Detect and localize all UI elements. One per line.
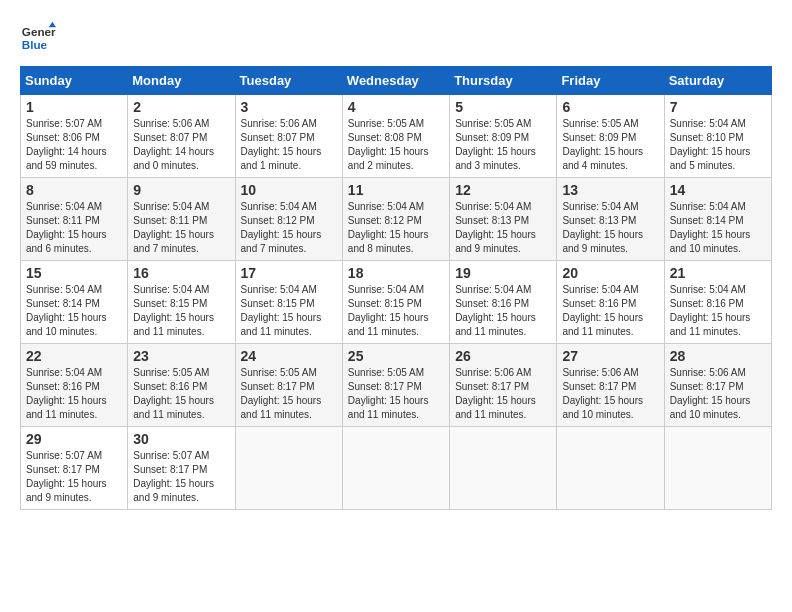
calendar-cell: 17 Sunrise: 5:04 AMSunset: 8:15 PMDaylig…	[235, 261, 342, 344]
calendar-cell: 8 Sunrise: 5:04 AMSunset: 8:11 PMDayligh…	[21, 178, 128, 261]
day-number: 13	[562, 182, 658, 198]
day-number: 20	[562, 265, 658, 281]
day-info: Sunrise: 5:05 AMSunset: 8:17 PMDaylight:…	[241, 367, 322, 420]
calendar-cell: 6 Sunrise: 5:05 AMSunset: 8:09 PMDayligh…	[557, 95, 664, 178]
day-number: 2	[133, 99, 229, 115]
calendar-cell: 1 Sunrise: 5:07 AMSunset: 8:06 PMDayligh…	[21, 95, 128, 178]
header-friday: Friday	[557, 67, 664, 95]
day-info: Sunrise: 5:04 AMSunset: 8:15 PMDaylight:…	[241, 284, 322, 337]
calendar-cell: 10 Sunrise: 5:04 AMSunset: 8:12 PMDaylig…	[235, 178, 342, 261]
logo: General Blue	[20, 20, 56, 56]
day-info: Sunrise: 5:04 AMSunset: 8:13 PMDaylight:…	[455, 201, 536, 254]
header-saturday: Saturday	[664, 67, 771, 95]
day-info: Sunrise: 5:04 AMSunset: 8:15 PMDaylight:…	[133, 284, 214, 337]
day-number: 23	[133, 348, 229, 364]
calendar-cell: 20 Sunrise: 5:04 AMSunset: 8:16 PMDaylig…	[557, 261, 664, 344]
svg-text:Blue: Blue	[22, 38, 48, 51]
calendar-row: 15 Sunrise: 5:04 AMSunset: 8:14 PMDaylig…	[21, 261, 772, 344]
day-info: Sunrise: 5:04 AMSunset: 8:14 PMDaylight:…	[670, 201, 751, 254]
calendar-cell: 4 Sunrise: 5:05 AMSunset: 8:08 PMDayligh…	[342, 95, 449, 178]
day-info: Sunrise: 5:04 AMSunset: 8:10 PMDaylight:…	[670, 118, 751, 171]
calendar-cell: 2 Sunrise: 5:06 AMSunset: 8:07 PMDayligh…	[128, 95, 235, 178]
day-info: Sunrise: 5:04 AMSunset: 8:15 PMDaylight:…	[348, 284, 429, 337]
calendar-row: 1 Sunrise: 5:07 AMSunset: 8:06 PMDayligh…	[21, 95, 772, 178]
day-info: Sunrise: 5:04 AMSunset: 8:12 PMDaylight:…	[241, 201, 322, 254]
day-info: Sunrise: 5:04 AMSunset: 8:16 PMDaylight:…	[670, 284, 751, 337]
calendar-cell: 7 Sunrise: 5:04 AMSunset: 8:10 PMDayligh…	[664, 95, 771, 178]
day-info: Sunrise: 5:07 AMSunset: 8:06 PMDaylight:…	[26, 118, 107, 171]
header-monday: Monday	[128, 67, 235, 95]
calendar-cell: 15 Sunrise: 5:04 AMSunset: 8:14 PMDaylig…	[21, 261, 128, 344]
calendar-row: 29 Sunrise: 5:07 AMSunset: 8:17 PMDaylig…	[21, 427, 772, 510]
day-info: Sunrise: 5:04 AMSunset: 8:12 PMDaylight:…	[348, 201, 429, 254]
day-info: Sunrise: 5:04 AMSunset: 8:11 PMDaylight:…	[133, 201, 214, 254]
calendar-table: SundayMondayTuesdayWednesdayThursdayFrid…	[20, 66, 772, 510]
day-number: 14	[670, 182, 766, 198]
calendar-cell	[342, 427, 449, 510]
calendar-cell: 14 Sunrise: 5:04 AMSunset: 8:14 PMDaylig…	[664, 178, 771, 261]
header-sunday: Sunday	[21, 67, 128, 95]
day-info: Sunrise: 5:05 AMSunset: 8:16 PMDaylight:…	[133, 367, 214, 420]
day-number: 8	[26, 182, 122, 198]
day-number: 29	[26, 431, 122, 447]
day-number: 25	[348, 348, 444, 364]
calendar-cell: 29 Sunrise: 5:07 AMSunset: 8:17 PMDaylig…	[21, 427, 128, 510]
day-number: 6	[562, 99, 658, 115]
calendar-cell: 11 Sunrise: 5:04 AMSunset: 8:12 PMDaylig…	[342, 178, 449, 261]
day-info: Sunrise: 5:07 AMSunset: 8:17 PMDaylight:…	[133, 450, 214, 503]
day-info: Sunrise: 5:05 AMSunset: 8:08 PMDaylight:…	[348, 118, 429, 171]
calendar-cell	[557, 427, 664, 510]
calendar-cell: 22 Sunrise: 5:04 AMSunset: 8:16 PMDaylig…	[21, 344, 128, 427]
day-number: 22	[26, 348, 122, 364]
calendar-cell: 21 Sunrise: 5:04 AMSunset: 8:16 PMDaylig…	[664, 261, 771, 344]
calendar-cell: 19 Sunrise: 5:04 AMSunset: 8:16 PMDaylig…	[450, 261, 557, 344]
day-info: Sunrise: 5:04 AMSunset: 8:13 PMDaylight:…	[562, 201, 643, 254]
day-number: 21	[670, 265, 766, 281]
day-number: 28	[670, 348, 766, 364]
calendar-cell: 9 Sunrise: 5:04 AMSunset: 8:11 PMDayligh…	[128, 178, 235, 261]
calendar-cell: 18 Sunrise: 5:04 AMSunset: 8:15 PMDaylig…	[342, 261, 449, 344]
day-number: 11	[348, 182, 444, 198]
header-tuesday: Tuesday	[235, 67, 342, 95]
calendar-cell	[664, 427, 771, 510]
calendar-cell	[235, 427, 342, 510]
calendar-row: 8 Sunrise: 5:04 AMSunset: 8:11 PMDayligh…	[21, 178, 772, 261]
day-info: Sunrise: 5:06 AMSunset: 8:17 PMDaylight:…	[562, 367, 643, 420]
day-number: 18	[348, 265, 444, 281]
calendar-cell: 23 Sunrise: 5:05 AMSunset: 8:16 PMDaylig…	[128, 344, 235, 427]
calendar-cell: 25 Sunrise: 5:05 AMSunset: 8:17 PMDaylig…	[342, 344, 449, 427]
day-info: Sunrise: 5:04 AMSunset: 8:14 PMDaylight:…	[26, 284, 107, 337]
calendar-cell: 5 Sunrise: 5:05 AMSunset: 8:09 PMDayligh…	[450, 95, 557, 178]
day-info: Sunrise: 5:04 AMSunset: 8:16 PMDaylight:…	[26, 367, 107, 420]
day-number: 16	[133, 265, 229, 281]
day-info: Sunrise: 5:06 AMSunset: 8:07 PMDaylight:…	[241, 118, 322, 171]
header-wednesday: Wednesday	[342, 67, 449, 95]
day-number: 24	[241, 348, 337, 364]
day-number: 17	[241, 265, 337, 281]
day-number: 9	[133, 182, 229, 198]
day-info: Sunrise: 5:05 AMSunset: 8:09 PMDaylight:…	[455, 118, 536, 171]
calendar-cell: 30 Sunrise: 5:07 AMSunset: 8:17 PMDaylig…	[128, 427, 235, 510]
calendar-cell: 26 Sunrise: 5:06 AMSunset: 8:17 PMDaylig…	[450, 344, 557, 427]
calendar-cell: 13 Sunrise: 5:04 AMSunset: 8:13 PMDaylig…	[557, 178, 664, 261]
day-number: 7	[670, 99, 766, 115]
day-info: Sunrise: 5:06 AMSunset: 8:07 PMDaylight:…	[133, 118, 214, 171]
page-header: General Blue	[20, 20, 772, 56]
day-info: Sunrise: 5:07 AMSunset: 8:17 PMDaylight:…	[26, 450, 107, 503]
day-info: Sunrise: 5:04 AMSunset: 8:16 PMDaylight:…	[562, 284, 643, 337]
calendar-cell: 3 Sunrise: 5:06 AMSunset: 8:07 PMDayligh…	[235, 95, 342, 178]
day-number: 4	[348, 99, 444, 115]
day-info: Sunrise: 5:04 AMSunset: 8:16 PMDaylight:…	[455, 284, 536, 337]
calendar-cell: 24 Sunrise: 5:05 AMSunset: 8:17 PMDaylig…	[235, 344, 342, 427]
calendar-cell: 16 Sunrise: 5:04 AMSunset: 8:15 PMDaylig…	[128, 261, 235, 344]
header-thursday: Thursday	[450, 67, 557, 95]
day-info: Sunrise: 5:06 AMSunset: 8:17 PMDaylight:…	[455, 367, 536, 420]
day-number: 10	[241, 182, 337, 198]
day-number: 3	[241, 99, 337, 115]
day-info: Sunrise: 5:04 AMSunset: 8:11 PMDaylight:…	[26, 201, 107, 254]
calendar-cell: 12 Sunrise: 5:04 AMSunset: 8:13 PMDaylig…	[450, 178, 557, 261]
day-info: Sunrise: 5:05 AMSunset: 8:17 PMDaylight:…	[348, 367, 429, 420]
day-info: Sunrise: 5:06 AMSunset: 8:17 PMDaylight:…	[670, 367, 751, 420]
day-number: 27	[562, 348, 658, 364]
calendar-header-row: SundayMondayTuesdayWednesdayThursdayFrid…	[21, 67, 772, 95]
